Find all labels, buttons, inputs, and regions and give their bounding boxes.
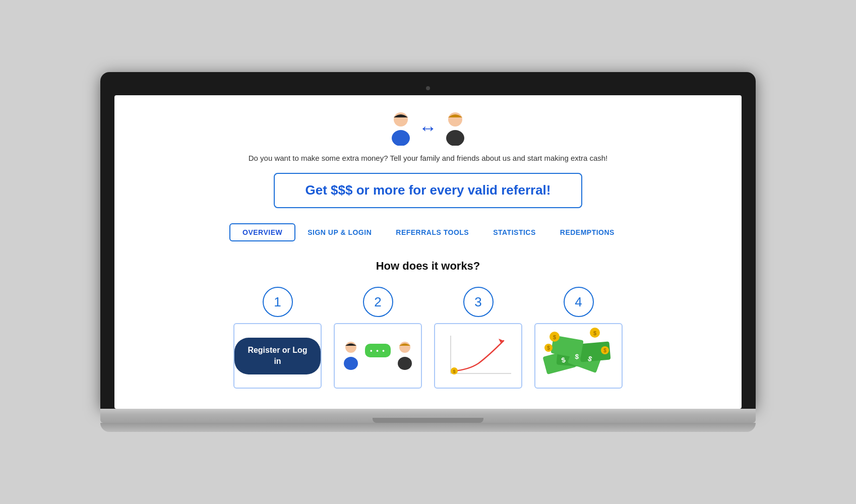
svg-text:$: $ bbox=[603, 348, 606, 353]
svg-point-1 bbox=[392, 130, 410, 146]
step-1: 1 Register or Log in bbox=[233, 287, 322, 389]
tab-referrals-tools[interactable]: REFERRALS TOOLS bbox=[384, 224, 481, 240]
cta-text: Get $$$ or more for every valid referral… bbox=[305, 182, 551, 199]
step-1-card: Register or Log in bbox=[233, 323, 322, 389]
tab-statistics[interactable]: STATISTICS bbox=[481, 224, 548, 240]
person-right bbox=[442, 110, 468, 146]
svg-text:$: $ bbox=[553, 334, 556, 340]
tab-overview[interactable]: OVERVIEW bbox=[229, 223, 295, 241]
step-2-card: • • • bbox=[334, 323, 422, 389]
svg-text:$: $ bbox=[453, 369, 455, 374]
growth-chart: $ bbox=[435, 324, 521, 388]
register-button-illus: Register or Log in bbox=[234, 338, 321, 374]
tab-signup-login[interactable]: SIGN UP & LOGIN bbox=[295, 224, 384, 240]
svg-point-3 bbox=[446, 130, 464, 146]
step-2: 2 • • • bbox=[334, 287, 422, 389]
step-4-card: $ $ $ $ $ $ bbox=[534, 323, 623, 389]
hero-illustration: ↔ bbox=[135, 110, 721, 146]
svg-text:$: $ bbox=[547, 345, 550, 351]
step-3-number: 3 bbox=[463, 287, 494, 317]
steps-row: 1 Register or Log in 2 bbox=[135, 287, 721, 389]
page-content: ↔ Do you wan bbox=[114, 95, 742, 409]
tab-redemptions[interactable]: REDEMPTIONS bbox=[548, 224, 627, 240]
chat-scene: • • • bbox=[336, 336, 420, 375]
cta-box: Get $$$ or more for every valid referral… bbox=[274, 173, 582, 208]
laptop-base bbox=[100, 409, 756, 423]
svg-point-4 bbox=[345, 342, 356, 353]
svg-text:$: $ bbox=[575, 352, 579, 361]
screen-bezel: ↔ Do you wan bbox=[100, 72, 756, 409]
step-4-number: 4 bbox=[564, 287, 594, 317]
step-3: 3 bbox=[434, 287, 522, 389]
step-1-number: 1 bbox=[263, 287, 293, 317]
person-left bbox=[388, 110, 414, 146]
bidirectional-arrow: ↔ bbox=[419, 117, 437, 139]
hero-subtitle: Do you want to make some extra money? Te… bbox=[135, 153, 721, 164]
step-2-number: 2 bbox=[363, 287, 393, 317]
laptop-container: ↔ Do you wan bbox=[100, 72, 756, 432]
laptop-stand bbox=[100, 423, 756, 432]
svg-point-5 bbox=[344, 357, 358, 370]
nav-tabs: OVERVIEW SIGN UP & LOGIN REFERRALS TOOLS… bbox=[135, 223, 721, 241]
svg-point-6 bbox=[399, 342, 410, 353]
svg-point-7 bbox=[398, 357, 412, 370]
section-title: How does it works? bbox=[135, 260, 721, 273]
step-3-card: $ bbox=[434, 323, 522, 389]
laptop-screen: ↔ Do you wan bbox=[114, 95, 742, 409]
step-4: 4 $ bbox=[534, 287, 623, 389]
svg-text:$: $ bbox=[593, 330, 596, 336]
camera bbox=[426, 86, 430, 90]
money-scene: $ $ $ $ $ $ bbox=[539, 323, 618, 389]
